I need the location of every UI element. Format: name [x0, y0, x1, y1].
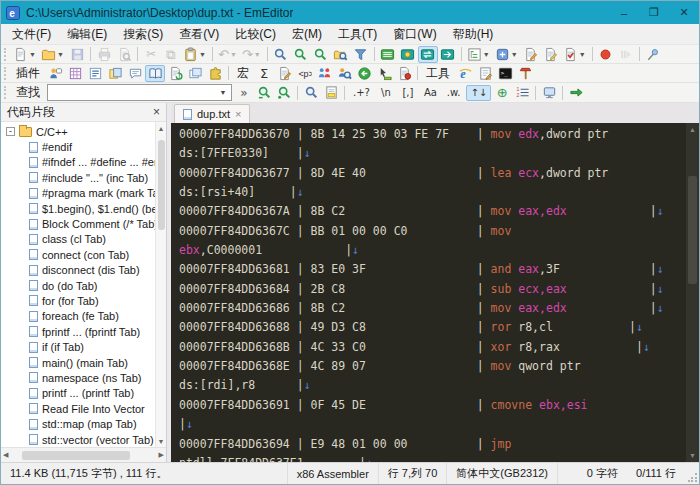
macro-sum-icon[interactable]: Σ: [254, 65, 274, 82]
dropdown-arrow-icon[interactable]: ▼: [56, 51, 65, 58]
status-encoding[interactable]: 简体中文(GB2312): [446, 463, 557, 484]
tree-item[interactable]: #endif: [1, 139, 155, 154]
find-option-[interactable]: .+?: [349, 85, 374, 101]
dropdown-arrow-icon[interactable]: ▼: [198, 51, 207, 58]
filter-icon[interactable]: [351, 46, 371, 63]
minimize-button[interactable]: –: [609, 1, 639, 24]
macro-select-tool-icon[interactable]: [374, 65, 394, 82]
pin-icon[interactable]: [643, 46, 663, 63]
scroll-up-icon[interactable]: ▲: [689, 123, 696, 136]
scroll-down-icon[interactable]: ▼: [689, 449, 696, 462]
find-icon[interactable]: [271, 46, 291, 63]
tree-item[interactable]: #pragma mark (mark Tab): [1, 186, 155, 201]
scrollbar-thumb[interactable]: [158, 140, 165, 230]
plugin-window-list-icon[interactable]: [185, 65, 205, 82]
find-in-files-icon[interactable]: [331, 46, 351, 63]
sync-scroll-icon[interactable]: [418, 46, 438, 63]
tree-item[interactable]: for (for Tab): [1, 293, 155, 308]
menu-search[interactable]: 搜索(S): [115, 24, 171, 45]
edit-snippet-icon[interactable]: [541, 46, 561, 63]
macro-breakpoint-icon[interactable]: [394, 65, 414, 82]
scroll-down-icon[interactable]: ▼: [158, 435, 165, 447]
highlight-all-icon[interactable]: [321, 84, 341, 101]
find-next-button-icon[interactable]: [254, 84, 274, 101]
print-preview-icon[interactable]: [114, 46, 134, 63]
menu-macros[interactable]: 宏(M): [284, 24, 330, 45]
match-whole-icon[interactable]: ⊕: [492, 84, 512, 101]
editor-text-area[interactable]: 00007FF84DD63670 | 8B 14 25 30 03 FE 7F …: [171, 123, 686, 462]
menu-file[interactable]: 文件(F): [4, 24, 59, 45]
scroll-right-icon[interactable]: ▶: [159, 449, 164, 461]
find-option-w[interactable]: .w.: [443, 85, 465, 101]
macro-inspect-icon[interactable]: [334, 65, 354, 82]
find-all-icon[interactable]: [301, 84, 321, 101]
tree-item[interactable]: if (if Tab): [1, 339, 155, 354]
plugin-snippets-icon[interactable]: [145, 65, 165, 82]
plugin-outline-icon[interactable]: [85, 65, 105, 82]
tool-customize-icon[interactable]: [515, 65, 535, 82]
tree-item[interactable]: connect (con Tab): [1, 247, 155, 262]
plugin-html-bar-icon[interactable]: [65, 65, 85, 82]
tree-item[interactable]: foreach (fe Tab): [1, 309, 155, 324]
menu-compare[interactable]: 比较(C): [227, 24, 284, 45]
find-option-[interactable]: [,]: [398, 85, 418, 101]
menu-edit[interactable]: 编辑(E): [59, 24, 115, 45]
find-option-n[interactable]: \n: [376, 85, 396, 101]
tree-item[interactable]: std::map (map Tab): [1, 416, 155, 431]
undo-icon[interactable]: ↶▼: [216, 46, 240, 63]
tree-item[interactable]: $1.begin(), $1.end() (be: [1, 201, 155, 216]
find-option-[interactable]: ↑↓: [466, 85, 491, 101]
dropdown-arrow-icon[interactable]: ▼: [578, 51, 587, 58]
tree-item[interactable]: #ifndef ... #define ... #en: [1, 155, 155, 170]
tree-item[interactable]: std::vector (vector Tab): [1, 432, 155, 447]
resize-grip[interactable]: [685, 463, 699, 484]
plugin-explorer-icon[interactable]: [45, 65, 65, 82]
menu-tools[interactable]: 工具(T): [330, 24, 385, 45]
status-syntax[interactable]: x86 Assembler: [287, 463, 378, 484]
macro-html-tag-icon[interactable]: <p>: [294, 65, 314, 82]
copy-icon[interactable]: ⧉: [161, 46, 181, 63]
save-icon[interactable]: [67, 46, 87, 63]
dropdown-arrow-icon[interactable]: ▼: [482, 51, 491, 58]
number-list-icon[interactable]: 12: [512, 84, 532, 101]
tree-root-folder[interactable]: - C/C++: [1, 124, 155, 139]
validate-document-icon[interactable]: ▼: [561, 46, 589, 63]
tree-item[interactable]: main() (main Tab): [1, 355, 155, 370]
edit-configuration-icon[interactable]: [521, 46, 541, 63]
go-next-icon[interactable]: [566, 84, 586, 101]
tree-item[interactable]: namespace (ns Tab): [1, 370, 155, 385]
snippets-horizontal-scrollbar[interactable]: ◀ ▶: [1, 447, 166, 462]
toolbar-overflow-icon[interactable]: »: [234, 84, 254, 101]
print-icon[interactable]: [94, 46, 114, 63]
tree-item[interactable]: Read File Into Vector: [1, 401, 155, 416]
snippets-panel-close-icon[interactable]: ×: [153, 106, 160, 118]
tree-item[interactable]: class (cl Tab): [1, 232, 155, 247]
tree-item[interactable]: fprintf ... (fprintf Tab): [1, 324, 155, 339]
tab-close-icon[interactable]: ×: [235, 109, 241, 120]
find-previous-button-icon[interactable]: [274, 84, 294, 101]
plugin-comment-icon[interactable]: [125, 65, 145, 82]
scrollbar-thumb[interactable]: [22, 451, 130, 460]
redo-icon[interactable]: ↷▼: [240, 46, 264, 63]
toolbar-grip[interactable]: [4, 48, 8, 61]
menu-window[interactable]: 窗口(W): [385, 24, 444, 45]
scrollbar-thumb[interactable]: [688, 176, 697, 284]
tree-item[interactable]: do (do Tab): [1, 278, 155, 293]
maximize-button[interactable]: ❐: [639, 1, 669, 24]
plugin-word-complete-icon[interactable]: [105, 65, 125, 82]
tool-command-prompt-icon[interactable]: >_: [495, 65, 515, 82]
tree-item[interactable]: #include "..." (inc Tab): [1, 170, 155, 185]
dropdown-arrow-icon[interactable]: ▼: [253, 51, 262, 58]
find-previous-icon[interactable]: [311, 46, 331, 63]
outline-icon[interactable]: ▼: [465, 46, 493, 63]
cut-icon[interactable]: ✂: [141, 46, 161, 63]
find-next-icon[interactable]: [291, 46, 311, 63]
plugin-manager-icon[interactable]: [205, 65, 225, 82]
macro-edit-icon[interactable]: [274, 65, 294, 82]
macro-back-icon[interactable]: [354, 65, 374, 82]
toolbar-grip[interactable]: [4, 67, 8, 80]
open-file-icon[interactable]: ▼: [39, 46, 67, 63]
screen-option-icon[interactable]: [539, 84, 559, 101]
dropdown-arrow-icon[interactable]: ▼: [28, 51, 37, 58]
dropdown-arrow-icon[interactable]: ▼: [229, 51, 238, 58]
